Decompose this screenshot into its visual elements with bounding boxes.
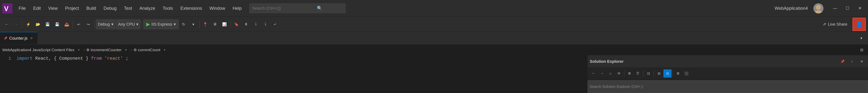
bookmark-button[interactable]: 🔖: [232, 20, 241, 29]
menu-tools[interactable]: Tools: [159, 5, 176, 12]
menu-items: File Edit View Project Build Debug Test …: [15, 3, 769, 13]
menu-debug[interactable]: Debug: [100, 5, 120, 12]
tab-list-button[interactable]: ▾: [857, 34, 866, 43]
se-collapse-button[interactable]: ⊟: [655, 69, 663, 78]
config-label: Debug: [98, 22, 110, 27]
nav-symbol1-dropdown[interactable]: ▾: [123, 47, 129, 53]
se-sep4: [673, 71, 673, 77]
se-close-button[interactable]: ✕: [858, 57, 866, 65]
se-filter-button[interactable]: ⊡: [644, 69, 653, 78]
live-share-label: Live Share: [828, 22, 847, 27]
nav-symbol1-label: incrementCounter: [91, 48, 122, 52]
refresh-button[interactable]: ↻: [179, 20, 188, 29]
live-share-person-icon: 👤: [856, 21, 863, 28]
solution-explorer: Solution Explorer 📌 ↕ ✕ ← → ⌂ ⟳ ⚙ 🗒 ⊡ ⊟ …: [587, 55, 868, 93]
menu-help[interactable]: Help: [229, 5, 245, 12]
live-share-person-button[interactable]: 👤: [852, 18, 866, 31]
config-dropdown-arrow: ▾: [111, 22, 113, 27]
undo-button[interactable]: ↩: [74, 20, 83, 29]
svg-point-3: [815, 10, 822, 13]
code-main: 1 import React, { Component } from 'reac…: [0, 55, 587, 93]
menu-bar: V File Edit View Project Build Debug Tes…: [0, 0, 868, 16]
nav-project-dropdown[interactable]: ▾: [75, 47, 82, 53]
code-area: 1 import React, { Component } from 'reac…: [0, 55, 868, 93]
line-number-1: 1: [0, 56, 15, 61]
se-settings-button[interactable]: ⚙: [674, 69, 682, 78]
menu-edit[interactable]: Edit: [30, 5, 44, 12]
se-title: Solution Explorer: [590, 59, 837, 64]
menu-test[interactable]: Test: [121, 5, 135, 12]
browser-button[interactable]: 🖥: [211, 20, 219, 29]
back-button[interactable]: ←: [2, 20, 11, 29]
forward-button[interactable]: →: [12, 20, 21, 29]
minimize-button[interactable]: —: [829, 3, 841, 13]
location-button[interactable]: 📍: [201, 20, 210, 29]
search-box[interactable]: 🔍: [249, 3, 345, 13]
se-showall-button[interactable]: 🗒: [634, 69, 642, 78]
se-properties-button[interactable]: ⚙: [625, 69, 633, 78]
platform-dropdown-arrow: ▾: [136, 22, 138, 27]
run-button[interactable]: ▶ IIS Express ▾: [144, 19, 178, 29]
tab-counter-js[interactable]: 📌 Counter.js ✕: [0, 32, 37, 44]
nav-bar: WebApplication4 JavaScript Content Files…: [0, 44, 868, 55]
sep5: [199, 20, 199, 28]
config-dropdown[interactable]: Debug ▾: [96, 19, 115, 29]
str-react: 'react': [104, 56, 123, 61]
search-input[interactable]: [252, 6, 315, 11]
se-sync-button[interactable]: ⟳: [615, 69, 623, 78]
menu-project[interactable]: Project: [62, 5, 82, 12]
breakpoint-button[interactable]: ⏸: [242, 20, 251, 29]
nav-split-button[interactable]: ⊟: [858, 46, 866, 54]
step2-button[interactable]: ⤵: [261, 20, 270, 29]
se-arrow-button[interactable]: ↕: [848, 57, 856, 65]
step-button[interactable]: ⤵: [251, 20, 260, 29]
platform-dropdown[interactable]: Any CPU ▾: [116, 19, 140, 29]
tool-btn2[interactable]: ⤶: [271, 20, 279, 29]
nav-symbol2-icon: ⚙: [133, 48, 137, 52]
nav-symbol1-segment: ⚙ incrementCounter ▾: [86, 47, 129, 53]
vs-logo: V: [2, 3, 12, 13]
menu-window[interactable]: Window: [206, 5, 228, 12]
live-share-button[interactable]: ⇗ Live Share: [819, 21, 850, 28]
se-back-button[interactable]: ←: [589, 69, 597, 78]
se-pin-button[interactable]: 📌: [838, 57, 846, 65]
se-active-button[interactable]: ⊞: [663, 69, 672, 78]
redo-button[interactable]: ↪: [84, 20, 93, 29]
close-button[interactable]: ✕: [854, 3, 866, 13]
platform-label: Any CPU: [118, 22, 135, 27]
save-all-button[interactable]: 💾: [53, 20, 61, 29]
se-extra-button[interactable]: ⬛: [682, 69, 690, 78]
save-button[interactable]: 💾: [43, 20, 52, 29]
tab-close-button[interactable]: ✕: [29, 36, 34, 41]
new-project-button[interactable]: ⚡: [24, 20, 33, 29]
code-content-1: import React, { Component } from 'react'…: [15, 56, 587, 61]
avatar: [813, 3, 824, 13]
nav-symbol2-dropdown[interactable]: ▾: [161, 47, 168, 53]
se-home-button[interactable]: ⌂: [607, 69, 615, 78]
menu-extensions[interactable]: Extensions: [177, 5, 205, 12]
svg-text:V: V: [4, 5, 8, 12]
open-button[interactable]: 📂: [33, 20, 42, 29]
live-share-icon: ⇗: [823, 22, 826, 27]
sep2: [72, 20, 73, 28]
run-dropdown-arrow: ▾: [174, 22, 176, 27]
se-toolbar: ← → ⌂ ⟳ ⚙ 🗒 ⊡ ⊟ ⊞ ⚙ ⬛: [588, 68, 868, 79]
search-icon: 🔍: [317, 6, 322, 11]
code-punct1: React, { Component }: [35, 56, 91, 61]
menu-build[interactable]: Build: [83, 5, 99, 12]
nav-right: ⊟: [858, 46, 866, 54]
menu-file[interactable]: File: [15, 5, 29, 12]
se-forward-button[interactable]: →: [598, 69, 606, 78]
se-search-box[interactable]: Search Solution Explorer (Ctrl+;): [588, 80, 868, 93]
menu-analyze[interactable]: Analyze: [136, 5, 158, 12]
window-controls: — ☐ ✕: [829, 3, 866, 13]
publish-button[interactable]: 📤: [62, 20, 71, 29]
refresh-dropdown[interactable]: ▾: [189, 20, 198, 29]
menu-view[interactable]: View: [45, 5, 61, 12]
code-punct3: ;: [126, 56, 128, 61]
tab-pin-icon: 📌: [4, 37, 7, 40]
nav-sep1: ›: [84, 48, 85, 52]
view-button[interactable]: 📊: [220, 20, 229, 29]
maximize-button[interactable]: ☐: [841, 3, 854, 13]
tab-bar-right: ▾: [857, 34, 868, 43]
